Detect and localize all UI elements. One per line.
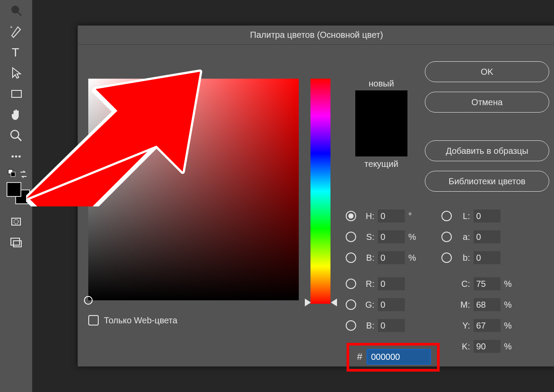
label-g: G: <box>361 300 374 310</box>
web-only-checkbox[interactable] <box>88 315 99 326</box>
color-preview-swatch[interactable] <box>355 90 407 156</box>
label-a: a: <box>457 232 470 242</box>
quick-mask-icon[interactable] <box>3 212 29 231</box>
svg-rect-14 <box>11 238 20 245</box>
hex-input[interactable] <box>367 349 431 365</box>
color-values: H: ° L: S: % <box>346 206 554 357</box>
hue-slider[interactable] <box>310 79 330 304</box>
hex-hash-label: # <box>357 351 362 362</box>
foreground-color-swatch[interactable] <box>7 182 21 197</box>
cancel-button[interactable]: Отмена <box>425 92 549 113</box>
zoom-tool-icon[interactable] <box>3 126 29 145</box>
dodge-tool-icon[interactable] <box>3 1 29 20</box>
web-only-label: Только Web-цвета <box>104 316 177 326</box>
rectangle-tool-icon[interactable] <box>3 84 29 103</box>
input-k[interactable] <box>474 340 501 353</box>
add-to-swatches-button[interactable]: Добавить в образцы <box>425 140 549 161</box>
unit-y: % <box>504 321 512 331</box>
label-c: C: <box>457 279 470 289</box>
radio-b-hsb[interactable] <box>346 252 356 263</box>
input-g[interactable] <box>378 298 405 311</box>
color-field[interactable] <box>88 79 299 300</box>
radio-b-lab[interactable] <box>441 252 452 263</box>
label-m: M: <box>457 300 470 310</box>
input-y[interactable] <box>474 319 501 332</box>
unit-b-hsb: % <box>408 253 416 263</box>
unit-h: ° <box>408 211 412 221</box>
svg-rect-12 <box>12 218 20 225</box>
input-h[interactable] <box>378 209 405 223</box>
color-swatches <box>3 171 29 202</box>
pen-tool-icon[interactable]: + <box>3 22 29 41</box>
label-l: L: <box>457 211 470 221</box>
current-color-label: текущий <box>349 159 414 169</box>
new-color-label: новый <box>349 79 414 89</box>
ok-button[interactable]: OK <box>425 61 549 82</box>
unit-k: % <box>504 342 512 352</box>
svg-rect-11 <box>11 172 15 176</box>
label-b-rgb: B: <box>361 321 374 331</box>
input-b-lab[interactable] <box>474 251 501 264</box>
input-c[interactable] <box>474 277 501 290</box>
hex-row: # <box>347 343 440 372</box>
label-h: H: <box>361 211 374 221</box>
radio-h[interactable] <box>346 211 356 221</box>
input-m[interactable] <box>474 298 501 311</box>
radio-b-rgb[interactable] <box>346 320 356 331</box>
input-s[interactable] <box>378 230 405 243</box>
type-tool-icon[interactable]: T <box>3 43 29 62</box>
svg-rect-4 <box>12 90 21 97</box>
dialog-body: новый текущий OK Отмена Добавить в образ… <box>78 45 554 366</box>
path-selection-tool-icon[interactable] <box>3 63 29 83</box>
editor-area: Палитра цветов (Основной цвет) новый тек… <box>32 0 554 392</box>
unit-c: % <box>504 279 512 289</box>
input-b-rgb[interactable] <box>378 319 405 332</box>
default-colors-icon[interactable] <box>7 169 16 177</box>
radio-s[interactable] <box>346 232 356 242</box>
label-b-lab: b: <box>457 253 470 263</box>
unit-s: % <box>408 232 416 242</box>
svg-point-8 <box>15 156 17 158</box>
svg-point-7 <box>12 156 14 158</box>
unit-m: % <box>504 300 512 310</box>
color-libraries-button[interactable]: Библиотеки цветов <box>425 171 549 192</box>
svg-point-13 <box>14 219 18 224</box>
color-field-cursor <box>84 296 93 305</box>
web-only-row: Только Web-цвета <box>88 315 177 326</box>
tool-sidebar: + T <box>0 0 32 392</box>
swap-colors-icon[interactable] <box>19 169 28 179</box>
svg-text:T: T <box>12 46 19 59</box>
svg-text:+: + <box>10 25 13 30</box>
hue-slider-handle-right[interactable] <box>331 299 337 306</box>
svg-point-5 <box>11 130 19 138</box>
radio-a[interactable] <box>441 232 452 242</box>
input-b-hsb[interactable] <box>378 251 405 264</box>
hex-highlight-box: # <box>347 343 440 372</box>
svg-line-1 <box>18 12 21 16</box>
dialog-title: Палитра цветов (Основной цвет) <box>78 26 554 45</box>
radio-r[interactable] <box>346 279 356 289</box>
label-s: S: <box>361 232 374 242</box>
radio-l[interactable] <box>441 211 452 221</box>
label-r: R: <box>361 279 374 289</box>
svg-rect-15 <box>13 241 21 247</box>
input-a[interactable] <box>474 230 501 243</box>
radio-g[interactable] <box>346 299 356 310</box>
color-picker-dialog: Палитра цветов (Основной цвет) новый тек… <box>77 25 554 367</box>
label-b-hsb: B: <box>361 253 374 263</box>
input-r[interactable] <box>378 277 405 290</box>
hand-tool-icon[interactable] <box>3 105 29 124</box>
label-y: Y: <box>457 321 470 331</box>
label-k: K: <box>457 342 470 352</box>
color-compare: новый текущий <box>349 79 414 169</box>
svg-line-6 <box>18 137 21 141</box>
svg-point-9 <box>19 156 21 158</box>
screen-mode-icon[interactable] <box>3 233 29 252</box>
hue-slider-handle-left[interactable] <box>305 299 311 306</box>
input-l[interactable] <box>474 209 501 223</box>
more-tools-icon[interactable] <box>3 147 29 166</box>
